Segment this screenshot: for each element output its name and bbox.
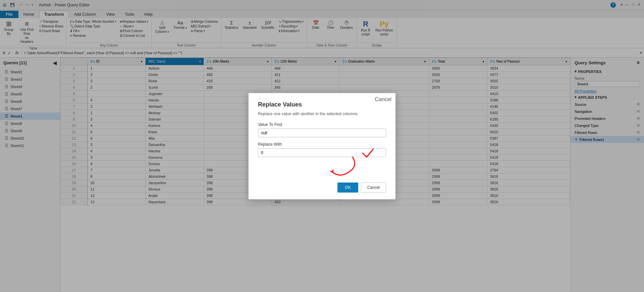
red-curve-annotation (326, 154, 366, 180)
modal-close-button[interactable]: Cancel (375, 96, 391, 102)
modal-buttons: OK Cancel (258, 182, 386, 193)
modal-ok-button[interactable]: OK (337, 182, 358, 193)
modal-cancel-button[interactable]: Cancel (361, 182, 386, 193)
modal-description: Replace one value with another in the se… (258, 112, 386, 116)
replace-with-container (258, 148, 386, 157)
modal-title: Replace Values (258, 101, 386, 108)
replace-with-label: Replace With (258, 142, 386, 147)
replace-values-modal: Cancel Replace Values Replace one value … (248, 93, 396, 200)
modal-overlay[interactable]: Cancel Replace Values Replace one value … (0, 0, 644, 292)
annotation-area (258, 157, 386, 177)
value-to-find-label: Value To Find (258, 122, 386, 127)
value-to-find-input[interactable] (258, 129, 386, 137)
